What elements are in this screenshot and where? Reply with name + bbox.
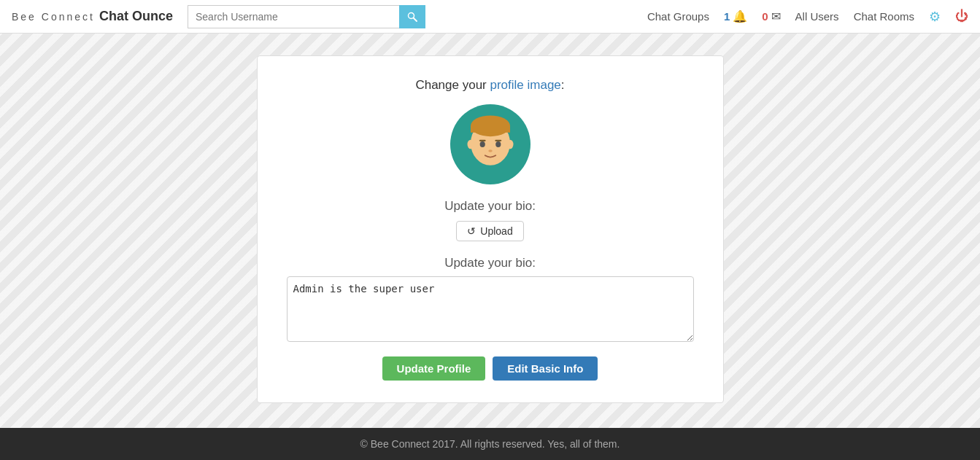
search-area <box>188 5 425 28</box>
update-profile-button[interactable]: Update Profile <box>382 356 486 381</box>
upload-icon: ↺ <box>467 225 476 237</box>
search-button[interactable] <box>399 5 425 28</box>
brand: Bee Connect Chat Ounce <box>12 9 173 24</box>
card-actions: Update Profile Edit Basic Info <box>382 356 598 381</box>
gear-icon[interactable]: ⚙ <box>929 9 941 25</box>
footer: © Bee Connect 2017. All rights reserved.… <box>0 428 980 460</box>
nav-notifications[interactable]: 1 🔔 <box>724 9 747 23</box>
svg-point-6 <box>506 140 513 149</box>
page-background: Change your profile image: <box>0 34 980 428</box>
bio-label-1: Update your bio: <box>444 199 536 214</box>
svg-point-11 <box>488 149 492 152</box>
edit-basic-info-button[interactable]: Edit Basic Info <box>493 356 598 381</box>
message-count: 0 <box>762 10 768 23</box>
main-content: Change your profile image: <box>0 34 980 428</box>
svg-rect-4 <box>471 126 510 133</box>
upload-label: Upload <box>480 225 512 237</box>
nav-messages[interactable]: 0 ✉ <box>762 9 780 23</box>
svg-line-1 <box>413 17 417 21</box>
profile-card: Change your profile image: <box>257 55 724 403</box>
envelope-icon: ✉ <box>771 9 781 23</box>
navbar: Bee Connect Chat Ounce Chat Groups 1 🔔 0… <box>0 0 980 34</box>
svg-rect-9 <box>479 140 485 141</box>
svg-point-7 <box>479 141 485 147</box>
power-icon[interactable]: ⏻ <box>955 9 968 24</box>
search-icon <box>407 12 417 22</box>
search-input[interactable] <box>188 5 399 28</box>
svg-point-5 <box>467 140 474 149</box>
avatar-svg <box>458 112 523 177</box>
bell-icon: 🔔 <box>733 9 747 23</box>
bio-label-2: Update your bio: <box>287 256 694 270</box>
brand-chat-text: Chat Ounce <box>99 9 173 24</box>
svg-rect-10 <box>495 140 501 141</box>
profile-label-text1: Change your <box>415 78 490 92</box>
nav-chat-rooms[interactable]: Chat Rooms <box>854 10 914 23</box>
navbar-right: Chat Groups 1 🔔 0 ✉ All Users Chat Rooms… <box>647 9 968 25</box>
notification-count: 1 <box>724 10 730 23</box>
nav-all-users[interactable]: All Users <box>795 10 839 23</box>
brand-bee-text: Bee Connect <box>12 11 95 23</box>
profile-image-label: Change your profile image: <box>415 78 564 93</box>
profile-label-highlight: profile image <box>490 78 561 92</box>
footer-text: © Bee Connect 2017. All rights reserved.… <box>360 438 620 450</box>
nav-chat-groups[interactable]: Chat Groups <box>647 10 709 23</box>
profile-label-text2: : <box>561 78 565 92</box>
svg-point-8 <box>495 141 501 147</box>
bio-textarea[interactable] <box>287 276 694 342</box>
avatar <box>450 104 530 184</box>
upload-button[interactable]: ↺ Upload <box>456 221 523 241</box>
svg-point-3 <box>471 115 510 136</box>
